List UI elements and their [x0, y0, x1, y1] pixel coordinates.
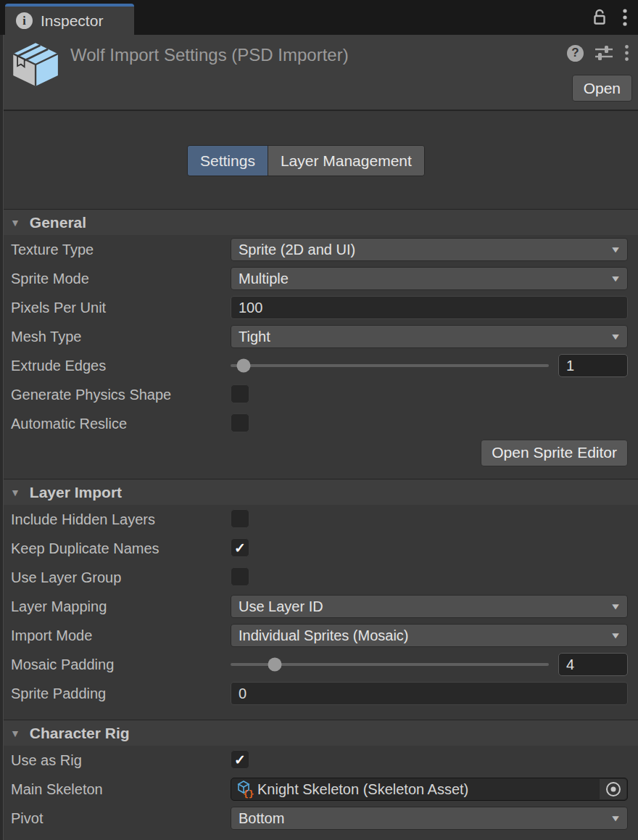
unlock-icon[interactable] — [592, 9, 608, 26]
layer-import-foldout-header[interactable]: ▼ Layer Import — [0, 479, 638, 505]
section-character-rig: ▼ Character Rig Use as Rig ✓ Main Skelet… — [0, 720, 638, 833]
extrude-edges-value-field[interactable] — [558, 354, 628, 377]
row-pivot: Pivot Bottom ▼ — [0, 804, 638, 833]
field-label: Layer Mapping — [11, 598, 107, 615]
automatic-reslice-checkbox[interactable] — [231, 413, 249, 432]
field-label: Generate Physics Shape — [11, 387, 171, 403]
foldout-icon: ▼ — [10, 487, 20, 498]
dropdown-value: Use Layer ID — [239, 598, 323, 615]
asset-header: Wolf Import Settings (PSD Importer) ? Op… — [0, 35, 638, 111]
character-rig-foldout-header[interactable]: ▼ Character Rig — [0, 720, 638, 746]
header-kebab-menu-icon[interactable] — [624, 44, 629, 62]
row-sprite-padding: Sprite Padding — [0, 679, 638, 708]
slider-thumb[interactable] — [268, 658, 282, 672]
layer-mapping-dropdown[interactable]: Use Layer ID ▼ — [231, 595, 628, 618]
section-title: Character Rig — [30, 725, 130, 742]
row-texture-type: Texture Type Sprite (2D and UI) ▼ — [0, 235, 638, 264]
field-label: Keep Duplicate Names — [11, 540, 160, 557]
object-picker-button[interactable] — [600, 779, 626, 799]
importer-mode-tabs: Settings Layer Management — [187, 145, 425, 176]
kebab-menu-icon[interactable] — [622, 8, 628, 27]
use-layer-group-checkbox[interactable] — [231, 567, 249, 586]
info-icon: i — [16, 12, 33, 29]
field-label: Mosaic Padding — [11, 656, 114, 673]
object-field-value: Knight Skeleton (Skeleton Asset) — [257, 781, 468, 798]
checkmark-icon: ✓ — [234, 540, 246, 556]
chevron-down-icon: ▼ — [610, 332, 621, 342]
mosaic-padding-value-field[interactable] — [558, 653, 628, 676]
foldout-icon: ▼ — [10, 217, 20, 228]
foldout-icon: ▼ — [10, 728, 20, 739]
titlebar: i Inspector — [0, 0, 638, 35]
keep-duplicate-names-checkbox[interactable]: ✓ — [231, 538, 249, 557]
open-button[interactable]: Open — [572, 75, 632, 102]
field-label: Include Hidden Layers — [11, 511, 155, 528]
pixels-per-unit-field[interactable] — [231, 296, 628, 319]
field-label: Extrude Edges — [11, 358, 106, 374]
inspector-tab-label: Inspector — [41, 12, 103, 30]
pivot-dropdown[interactable]: Bottom ▼ — [231, 807, 628, 830]
import-mode-dropdown[interactable]: Individual Sprites (Mosaic) ▼ — [231, 624, 628, 647]
row-main-skeleton: Main Skeleton {} Knight Skeleton (Skelet… — [0, 775, 638, 804]
mosaic-padding-slider[interactable] — [231, 663, 549, 666]
use-as-rig-checkbox[interactable]: ✓ — [231, 750, 249, 769]
skeleton-asset-icon: {} — [236, 780, 254, 799]
psd-importer-icon — [10, 41, 59, 91]
field-label: Automatic Reslice — [11, 416, 127, 432]
slider-thumb[interactable] — [236, 359, 250, 373]
section-title: General — [30, 214, 86, 231]
dropdown-value: Sprite (2D and UI) — [239, 242, 355, 258]
mesh-type-dropdown[interactable]: Tight ▼ — [231, 325, 628, 348]
field-label: Mesh Type — [11, 329, 81, 345]
checkmark-icon: ✓ — [234, 752, 246, 768]
row-generate-physics-shape: Generate Physics Shape — [0, 380, 638, 409]
chevron-down-icon: ▼ — [610, 630, 621, 641]
presets-icon[interactable] — [594, 44, 613, 62]
open-sprite-editor-button[interactable]: Open Sprite Editor — [481, 440, 628, 466]
row-use-layer-group: Use Layer Group — [0, 563, 638, 592]
row-sprite-mode: Sprite Mode Multiple ▼ — [0, 264, 638, 293]
dropdown-value: Tight — [239, 329, 270, 345]
dropdown-value: Individual Sprites (Mosaic) — [239, 627, 409, 644]
section-general: ▼ General Texture Type Sprite (2D and UI… — [0, 209, 638, 467]
row-automatic-reslice: Automatic Reslice — [0, 409, 638, 438]
field-label: Sprite Mode — [11, 271, 89, 287]
tab-inspector[interactable]: i Inspector — [5, 4, 134, 35]
field-label: Texture Type — [11, 242, 94, 258]
field-label: Sprite Padding — [11, 685, 106, 702]
field-label: Main Skeleton — [11, 781, 103, 798]
texture-type-dropdown[interactable]: Sprite (2D and UI) ▼ — [231, 238, 628, 261]
svg-text:{}: {} — [243, 788, 254, 799]
dropdown-value: Bottom — [239, 810, 284, 827]
dropdown-value: Multiple — [239, 271, 289, 287]
tab-layer-management[interactable]: Layer Management — [268, 146, 424, 176]
row-import-mode: Import Mode Individual Sprites (Mosaic) … — [0, 621, 638, 650]
asset-title: Wolf Import Settings (PSD Importer) — [70, 45, 349, 65]
chevron-down-icon: ▼ — [610, 601, 621, 612]
tab-settings[interactable]: Settings — [188, 146, 268, 176]
chevron-down-icon: ▼ — [610, 813, 621, 823]
sprite-padding-field[interactable] — [231, 682, 628, 705]
inspector-window: i Inspector Wo — [0, 0, 638, 840]
row-mosaic-padding: Mosaic Padding — [0, 650, 638, 679]
chevron-down-icon: ▼ — [610, 244, 621, 255]
chevron-down-icon: ▼ — [610, 273, 621, 284]
row-layer-mapping: Layer Mapping Use Layer ID ▼ — [0, 592, 638, 621]
include-hidden-layers-checkbox[interactable] — [231, 509, 249, 528]
sprite-mode-dropdown[interactable]: Multiple ▼ — [231, 267, 628, 290]
help-icon[interactable]: ? — [567, 45, 584, 62]
row-mesh-type: Mesh Type Tight ▼ — [0, 322, 638, 351]
field-label: Use as Rig — [11, 752, 82, 769]
general-foldout-header[interactable]: ▼ General — [0, 209, 638, 235]
row-include-hidden-layers: Include Hidden Layers — [0, 505, 638, 534]
row-extrude-edges: Extrude Edges — [0, 351, 638, 380]
field-label: Pivot — [11, 810, 43, 827]
row-keep-duplicate-names: Keep Duplicate Names ✓ — [0, 534, 638, 563]
row-pixels-per-unit: Pixels Per Unit — [0, 293, 638, 322]
main-skeleton-object-field[interactable]: {} Knight Skeleton (Skeleton Asset) — [231, 778, 628, 801]
extrude-edges-slider[interactable] — [231, 364, 549, 367]
row-open-sprite-editor: Open Sprite Editor — [0, 438, 638, 467]
field-label: Pixels Per Unit — [11, 300, 106, 316]
generate-physics-shape-checkbox[interactable] — [231, 384, 249, 403]
row-use-as-rig: Use as Rig ✓ — [0, 746, 638, 775]
